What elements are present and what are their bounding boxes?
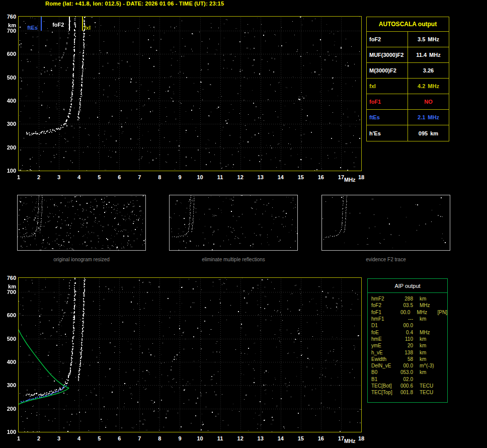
y-tick-label: 300 [2,382,16,388]
x-tick-label: 3 [52,174,65,180]
aip-row-d1: D100.0 [371,322,447,329]
autoscala-param-label: foF1 [367,94,408,109]
autoscala-param-value: 11.4MHz [408,47,449,62]
aip-param-value: 02.0 [395,377,413,382]
x-tick-label: 16 [314,174,328,180]
aip-row-hmf1: hmF1---km [371,316,447,322]
panel-caption: evidence F2 trace [322,257,450,262]
autoscala-param-label: MUF(3000)F2 [367,47,408,62]
aip-row-tec-top: TEC[Top]001.8TECU [371,389,447,396]
processing-panel-canvas [322,195,450,250]
autoscala-row-muf-3000-f2: MUF(3000)F211.4MHz [367,47,449,63]
aip-param-value: 053.0 [395,369,413,375]
x-tick-label: 7 [133,435,146,441]
y-axis-unit-label: km [2,283,16,289]
aip-param-unit: MHz [420,330,441,335]
x-tick-label: 7 [133,174,146,180]
x-tick-label: 12 [234,435,247,441]
x-tick-label: 13 [254,174,267,180]
value-unit: MHz [429,52,441,58]
value-number: 095 [419,130,428,136]
aip-row-fof1: foF100.0MHz[PN] [371,309,447,316]
x-tick-label: 1 [12,435,25,441]
aip-param-label: DelN_vE [371,363,395,368]
aip-row-b1: B102.0 [371,376,447,383]
x-tick-label: 1 [12,174,25,180]
panel-caption: eliminate multiple reflections [170,257,297,262]
aip-row-yme: ymE20km [371,342,447,349]
value-number: 11.4 [416,52,427,58]
marker-label-fxi: fxI [84,25,91,31]
x-tick-label: 8 [153,435,166,441]
aip-param-label: hmE [371,336,395,342]
aip-param-value: 00.0 [394,310,411,315]
x-tick-label: 4 [72,174,86,180]
autoscala-param-value: 2.1MHz [408,110,449,125]
aip-param-value: 0.4 [395,330,413,335]
aip-ionogram-canvas [19,278,361,432]
autoscala-row-m-3000-f2: M(3000)F23.26 [367,63,449,79]
aip-param-value: 00.0 [395,363,413,368]
processing-panel-2 [169,195,298,251]
x-tick-label: 3 [52,435,65,441]
autoscala-row-fxi: fxI4.2MHz [367,79,449,94]
autoscala-param-value: 095km [408,125,449,141]
value-unit: MHz [428,83,439,89]
y-tick-label: 500 [2,74,16,81]
marker-label-fof2: foF2 [52,22,64,28]
processing-panel-1 [17,195,146,251]
panel-caption: original ionogram resized [18,257,145,262]
aip-param-unit: km [420,296,441,302]
x-tick-label: 10 [194,435,207,441]
y-tick-label: 600 [2,51,16,57]
y-tick-label: 400 [2,359,16,365]
main-ionogram-canvas [19,17,361,171]
aip-row-h-ve: h_vE138km [371,349,447,355]
processing-panel-canvas [170,195,297,250]
y-tick-label: 760 [2,14,16,20]
value-number: 4.2 [418,83,425,89]
y-tick-label: 500 [2,336,16,342]
x-tick-label: 4 [72,435,86,441]
autoscala-param-label: fxI [367,79,408,94]
x-axis-unit-label: MHz [344,438,356,444]
autoscala-table-title: AUTOSCALA output [367,17,449,32]
x-tick-label: 8 [153,174,166,180]
aip-table-rows: hmF2288kmfoF203.5MHzfoF100.0MHz[PN]hmF1-… [368,293,447,396]
aip-param-unit: MHz [420,303,441,308]
autoscala-param-value: NO [408,94,449,109]
autoscala-param-label: ftEs [367,110,408,125]
aip-param-unit: km [420,336,441,342]
value-number: 2.1 [418,114,425,120]
aip-param-unit: MHz [417,310,436,315]
aip-param-value: 138 [395,350,413,355]
y-axis-unit-label: km [2,22,16,28]
aip-param-label: B0 [371,369,395,375]
autoscala-row-fof1: foF1NO [367,94,449,110]
x-tick-label: 9 [173,435,186,441]
x-tick-label: 2 [32,174,45,180]
aip-param-value: 00.0 [395,323,413,328]
autoscala-output-table: AUTOSCALA output foF23.5MHzMUF(3000)F211… [366,17,449,141]
autoscala-param-label: h'Es [367,125,408,141]
y-tick-label: 100 [2,168,16,174]
y-tick-label: 300 [2,121,16,127]
autoscala-param-label: M(3000)F2 [367,63,408,78]
aip-param-unit: km [420,369,441,375]
y-tick-label: 700 [2,289,16,295]
aip-param-value: 20 [395,343,413,348]
aip-row-ewidth: Ewidth58km [371,356,447,362]
aip-param-label: foE [371,330,395,335]
value-number: 3.26 [423,67,434,73]
aip-param-label: hmF2 [371,296,395,302]
aip-row-b0: B0053.0km [371,369,447,376]
y-tick-label: 200 [2,406,16,412]
autoscala-row-h-es: h'Es095km [367,125,449,141]
marker-label-ftes: ftEs [27,25,38,31]
aip-param-label: D1 [371,323,395,328]
aip-row-hme: hmE110km [371,336,447,342]
x-tick-label: 11 [214,174,227,180]
aip-param-label: Ewidth [371,356,395,362]
processing-panel-3 [321,195,450,251]
y-tick-label: 600 [2,312,16,318]
